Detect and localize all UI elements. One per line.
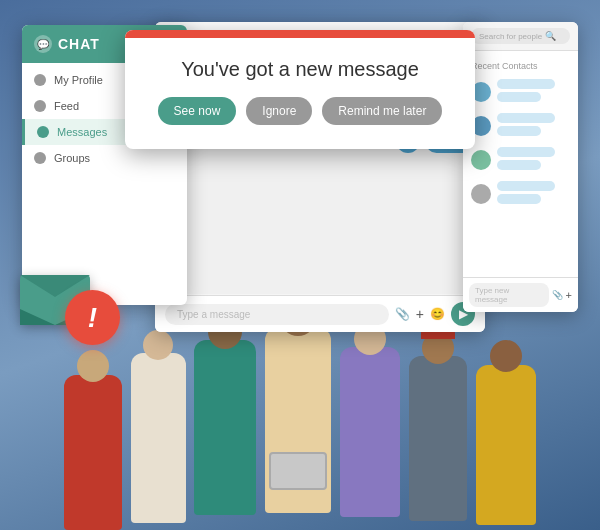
bubble-4a (497, 181, 555, 191)
contact-bubble-area-3 (497, 147, 570, 173)
contact-bubble-area-4 (497, 181, 570, 207)
person-5 (333, 315, 407, 530)
right-attach-icon: 📎 (552, 290, 563, 300)
bubble-1a (497, 79, 555, 89)
contact-avatar-3 (471, 150, 491, 170)
person-7-body (476, 365, 536, 525)
chat-bubble-icon: 💬 (34, 35, 52, 53)
contact-item-1[interactable] (463, 75, 578, 109)
person-1-head (77, 350, 109, 382)
right-input-area: Type new message 📎 + (463, 277, 578, 312)
feed-icon (34, 100, 46, 112)
bubble-2b (497, 126, 541, 136)
right-message-input[interactable]: Type new message (469, 283, 549, 307)
person-2-body (131, 353, 186, 523)
person-4 (258, 300, 338, 530)
laptop (269, 452, 327, 490)
notification-message: You've got a new message (149, 58, 451, 81)
ignore-button[interactable]: Ignore (246, 97, 312, 125)
alert-symbol: ! (88, 302, 97, 334)
bubble-3b (497, 160, 541, 170)
group-icon (34, 152, 46, 164)
see-now-button[interactable]: See now (158, 97, 237, 125)
person-2-head (143, 330, 173, 360)
contact-item-4[interactable] (463, 177, 578, 211)
remind-button[interactable]: Remind me later (322, 97, 442, 125)
person-7-head (490, 340, 522, 372)
nav-label-feed: Feed (54, 100, 79, 112)
person-3-body (194, 340, 256, 515)
recent-contacts-label: Recent Contacts (463, 57, 578, 75)
contact-avatar-4 (471, 184, 491, 204)
contact-item-3[interactable] (463, 143, 578, 177)
search-bar[interactable]: Search for people 🔍 (471, 28, 570, 44)
notification-popup: You've got a new message See now Ignore … (125, 30, 475, 149)
message-icon (37, 126, 49, 138)
person-6-body (409, 356, 467, 521)
contact-bubble-area-2 (497, 113, 570, 139)
notif-body: You've got a new message See now Ignore … (125, 38, 475, 149)
right-chat-window: Search for people 🔍 Recent Contacts (463, 22, 578, 312)
right-chat-header: Search for people 🔍 (463, 22, 578, 51)
person-5-body (340, 347, 400, 517)
user-icon (34, 74, 46, 86)
nav-label-groups: Groups (54, 152, 90, 164)
chat-title: CHAT (58, 36, 100, 52)
message-input[interactable]: Type a message (165, 304, 389, 325)
person-3 (187, 310, 263, 530)
nav-label-messages: Messages (57, 126, 107, 138)
search-placeholder: Search for people (479, 32, 542, 41)
nav-label-profile: My Profile (54, 74, 103, 86)
plus-icon[interactable]: + (416, 306, 424, 322)
right-plus-icon[interactable]: + (566, 289, 572, 301)
person-7 (469, 325, 543, 530)
person-1-body (64, 375, 122, 530)
notification-buttons: See now Ignore Remind me later (149, 97, 451, 125)
message-input-row: Type a message 📎 + 😊 ▶ (155, 295, 485, 332)
bubble-2a (497, 113, 555, 123)
person-6 (402, 320, 474, 530)
alert-icon: ! (65, 290, 120, 345)
bubble-4b (497, 194, 541, 204)
envelope-left-corner (20, 309, 55, 325)
person-2 (124, 320, 192, 530)
contact-item-2[interactable] (463, 109, 578, 143)
bubble-1b (497, 92, 541, 102)
contact-bubble-area-1 (497, 79, 570, 105)
person-1 (57, 330, 129, 530)
notif-header-bar (125, 30, 475, 38)
bubble-3a (497, 147, 555, 157)
right-contacts-list: Recent Contacts (463, 51, 578, 217)
paperclip-icon: 📎 (395, 307, 410, 321)
emoji-icon[interactable]: 😊 (430, 307, 445, 321)
